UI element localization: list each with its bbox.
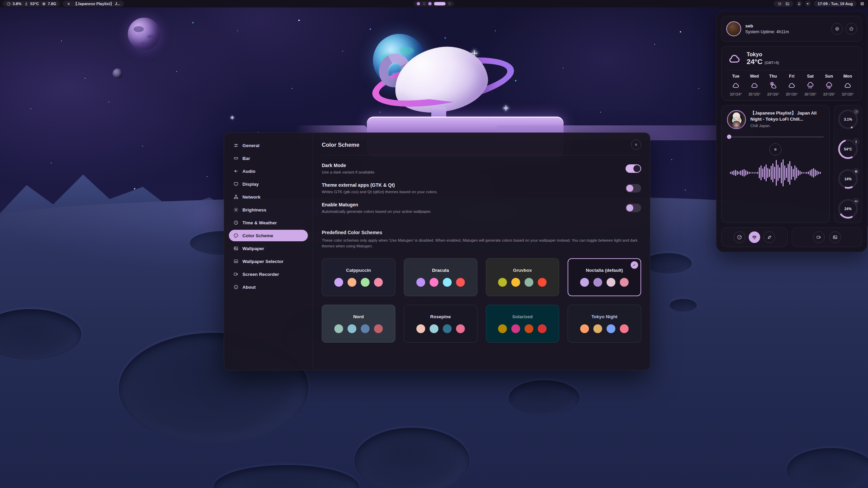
visualizer-bar <box>808 171 809 175</box>
color-swatch <box>593 278 602 287</box>
bar-icon <box>233 156 239 161</box>
memory-usage-value: 7.8G <box>48 2 56 6</box>
color-swatch <box>334 278 343 287</box>
settings-button[interactable] <box>831 23 843 35</box>
sidebar-item-label: Color Scheme <box>242 233 273 238</box>
balanced-profile-button[interactable] <box>749 231 760 243</box>
content-header: Color Scheme <box>322 140 641 150</box>
visualizer-bar <box>789 161 790 185</box>
weather-storm-icon <box>825 81 833 90</box>
sidebar-item-brightness[interactable]: Brightness <box>229 204 308 216</box>
page-title: Color Scheme <box>322 142 359 148</box>
forecast-day-name: Sun <box>825 74 833 79</box>
visualizer-bar <box>767 168 768 178</box>
workspace-dot-active[interactable] <box>434 2 446 5</box>
forecast-day-name: Sat <box>807 74 813 79</box>
gauge-icon <box>854 110 858 114</box>
progress-knob[interactable] <box>727 135 731 139</box>
topbar-media-pill[interactable]: 【Japanese Playlist】 J... <box>63 1 124 7</box>
sidebar-item-display[interactable]: Display <box>229 178 308 190</box>
media-title: 【Japanese Playlist】 Japan All Night - To… <box>750 110 824 122</box>
cat-tray-icon[interactable] <box>777 2 782 6</box>
sidebar-item-audio[interactable]: Audio <box>229 165 308 177</box>
sidebar-item-wallpaper-selector[interactable]: Wallpaper Selector <box>229 256 308 267</box>
color-swatch <box>443 324 452 333</box>
workspace-dot[interactable] <box>417 2 420 5</box>
thermometer-icon <box>854 140 858 144</box>
forecast-day: Fri 35°/26° <box>783 74 801 96</box>
visualizer-bar <box>798 170 799 176</box>
visualizer-bar <box>777 165 778 181</box>
image-frame-icon <box>233 259 239 264</box>
scheme-card-catppuccin[interactable]: Catppuccin <box>322 258 395 296</box>
app-launcher-button[interactable] <box>859 1 865 7</box>
workspace-dot[interactable] <box>428 2 432 5</box>
visualizer-bar <box>747 171 748 175</box>
scheme-card-dracula[interactable]: Dracula <box>404 258 477 296</box>
sidebar-item-wallpaper[interactable]: Wallpaper <box>229 243 308 254</box>
clock-pill[interactable]: 17:09 - Tue, 19 Aug <box>814 1 856 7</box>
theme-external-apps-toggle[interactable] <box>626 184 641 192</box>
sidebar-item-color-scheme[interactable]: Color Scheme <box>229 230 308 241</box>
dark-mode-row: Dark Mode Use a dark variant if availabl… <box>322 163 641 175</box>
forecast-day: Thu 33°/26° <box>764 74 782 96</box>
scheme-card-solarized[interactable]: Solarized <box>486 305 559 343</box>
weather-cloud-icon <box>731 81 740 90</box>
dark-mode-toggle[interactable] <box>626 164 641 173</box>
crater <box>644 253 692 273</box>
dark-mode-label: Dark Mode <box>322 163 375 168</box>
sidebar-item-label: Wallpaper <box>242 246 264 251</box>
visualizer-bar <box>735 170 736 176</box>
play-pause-button[interactable] <box>769 143 782 156</box>
image-icon <box>832 235 838 240</box>
user-card: seb System Uptime: 4h11m <box>721 16 862 42</box>
weather-city-temp: Tokyo 24°C (GMT+9) <box>747 52 779 66</box>
workspace-dot[interactable] <box>422 2 426 5</box>
scheme-card-nord[interactable]: Nord <box>322 305 395 343</box>
notifications-button[interactable] <box>796 1 802 7</box>
volume-button[interactable] <box>805 1 811 7</box>
sidebar-item-network[interactable]: Network <box>229 191 308 203</box>
color-swatch <box>607 324 615 333</box>
sidebar-item-screen-recorder[interactable]: Screen Recorder <box>229 268 308 280</box>
visualizer-bar <box>805 172 806 173</box>
scheme-card-noctalia[interactable]: ✓ Noctalia (default) <box>568 258 641 296</box>
visualizer-bar <box>745 170 746 175</box>
brightness-icon <box>233 207 239 212</box>
performance-profile-button[interactable] <box>734 231 745 243</box>
wallpaper-button[interactable] <box>829 231 841 243</box>
weather-current: Tokyo 24°C (GMT+9) <box>727 51 856 66</box>
settings-sidebar: General Bar Audio Display Network Bright… <box>224 133 313 370</box>
scheme-card-rosepine[interactable]: Rosepine <box>404 305 477 343</box>
enable-matugen-toggle[interactable] <box>626 204 641 212</box>
scheme-card-gruvbox[interactable]: Gruvbox <box>486 258 559 296</box>
screen-recorder-button[interactable] <box>813 231 825 243</box>
scheme-card-tokyo-night[interactable]: Tokyo Night <box>568 305 641 343</box>
settings-content: Color Scheme Dark Mode Use a dark varian… <box>313 133 650 370</box>
media-progress-slider[interactable] <box>727 135 824 139</box>
gauge-icon <box>737 235 742 240</box>
visualizer-bar <box>776 160 777 186</box>
visualizer-bar <box>783 159 784 187</box>
monitor-icon <box>233 181 239 187</box>
close-button[interactable] <box>631 140 641 150</box>
workspace-dot[interactable] <box>448 2 451 5</box>
sidebar-item-time-weather[interactable]: Time & Weather <box>229 217 308 228</box>
color-swatch <box>416 324 425 333</box>
visualizer-bar <box>740 170 741 175</box>
weather-city: Tokyo <box>747 52 779 58</box>
visualizer-bar <box>744 169 745 177</box>
audio-visualizer <box>727 158 824 187</box>
power-saver-profile-button[interactable] <box>764 231 775 243</box>
color-swatch <box>334 324 343 333</box>
visualizer-bar <box>794 165 795 181</box>
sidebar-item-bar[interactable]: Bar <box>229 152 308 164</box>
forecast-temps: 33°/26° <box>842 92 854 96</box>
sidebar-item-about[interactable]: About <box>229 281 308 293</box>
sidebar-item-general[interactable]: General <box>229 140 308 151</box>
power-button[interactable] <box>846 23 857 35</box>
enable-matugen-desc: Automatically generate colors based on y… <box>322 209 431 214</box>
scheme-swatches <box>498 278 547 287</box>
image-tray-icon[interactable] <box>785 2 790 6</box>
visualizer-bar <box>761 165 762 181</box>
